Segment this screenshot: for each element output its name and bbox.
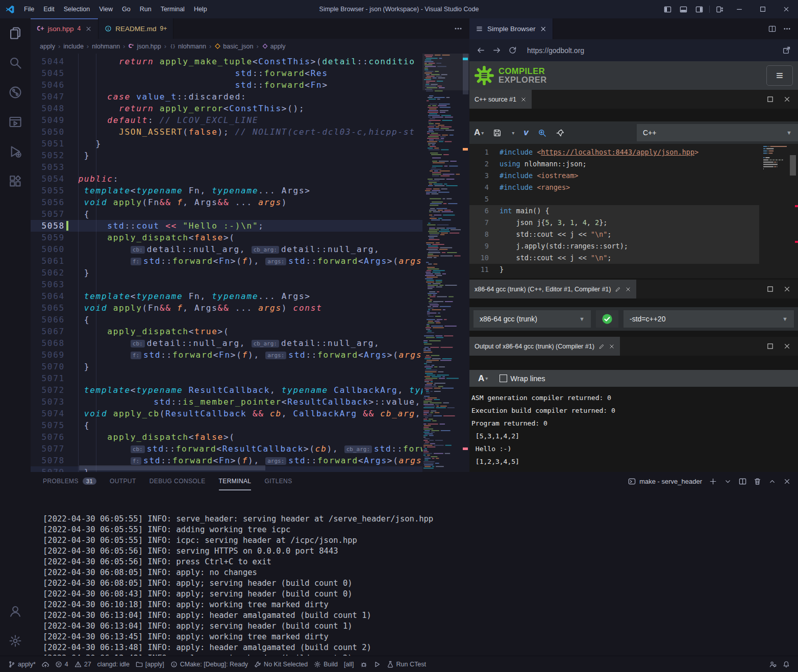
- tab-compiler[interactable]: x86-64 gcc (trunk) (C++, Editor #1, Comp…: [469, 280, 636, 298]
- status-item-warnings[interactable]: 27: [71, 656, 94, 672]
- pin-icon[interactable]: [551, 129, 569, 137]
- code-line[interactable]: template<typename Fn, typename... Args>: [72, 185, 422, 196]
- status-item-ctest[interactable]: Run CTest: [384, 656, 429, 672]
- code-line[interactable]: {: [72, 208, 422, 220]
- code-editor[interactable]: 5044504550465047504850495050505150525053…: [31, 54, 469, 472]
- code-line[interactable]: }: [72, 138, 422, 150]
- font-size-button[interactable]: A▾: [473, 374, 492, 384]
- status-item-publish[interactable]: [39, 656, 52, 672]
- url-input[interactable]: https://godbolt.org: [524, 46, 775, 55]
- code-content[interactable]: return apply_make_tuple<ConstThis>(detai…: [72, 56, 422, 472]
- breadcrumb-item[interactable]: apply: [40, 43, 55, 50]
- activity-item-search[interactable]: [0, 48, 31, 78]
- code-line[interactable]: JSON_ASSERT(false); // NOLINT(cert-dcl03…: [72, 126, 422, 138]
- trash-icon[interactable]: [754, 478, 761, 485]
- close-icon[interactable]: [520, 96, 527, 103]
- tab-simple-browser[interactable]: Simple Browser: [469, 18, 553, 39]
- maximize-icon[interactable]: [766, 285, 774, 293]
- code-line[interactable]: cb:detail::null_arg, cb_arg:detail::null…: [72, 337, 422, 349]
- back-button[interactable]: [477, 46, 485, 55]
- close-button[interactable]: [775, 0, 798, 18]
- panel-tab-output[interactable]: OUTPUT: [110, 472, 136, 490]
- code-line[interactable]: void apply(Fn&& f, Args&& ... args): [72, 196, 422, 208]
- status-item-clangd[interactable]: clangd: idle: [94, 656, 133, 672]
- ce-code-line[interactable]: }: [500, 264, 760, 276]
- code-line[interactable]: template<typename Fn, typename... Args>: [72, 290, 422, 302]
- panel-tab-debug-console[interactable]: DEBUG CONSOLE: [149, 472, 206, 490]
- code-line[interactable]: [72, 279, 422, 290]
- ce-code-line[interactable]: #include <iostream>: [500, 170, 760, 182]
- open-external-icon[interactable]: [782, 46, 791, 55]
- tab-cpp-source[interactable]: C++ source #1: [469, 90, 532, 109]
- close-icon[interactable]: [609, 343, 615, 350]
- layout-panel-icon[interactable]: [676, 6, 691, 13]
- code-line[interactable]: std::forward<Fn>: [72, 79, 422, 91]
- status-item-branch[interactable]: apply*: [5, 656, 39, 672]
- status-item-cmake-project[interactable]: [apply]: [133, 656, 167, 672]
- status-item-cmake-status[interactable]: CMake: [Debug]: Ready: [167, 656, 251, 672]
- menu-view[interactable]: View: [94, 6, 117, 13]
- close-icon[interactable]: [783, 95, 791, 103]
- chev-down-icon[interactable]: [724, 478, 732, 485]
- status-item-kit[interactable]: No Kit Selected: [251, 656, 311, 672]
- code-line[interactable]: }: [72, 361, 422, 372]
- ce-scrollbar[interactable]: [790, 155, 796, 176]
- maximize-button[interactable]: [751, 0, 775, 18]
- code-line[interactable]: void apply_cb(ResultCallback && cb, Call…: [72, 408, 422, 419]
- tab-README.md[interactable]: README.md9+: [98, 18, 173, 39]
- ce-code-line[interactable]: [500, 193, 760, 205]
- status-item-build[interactable]: Build: [311, 656, 341, 672]
- status-item-feedback[interactable]: [766, 656, 780, 672]
- edit-icon[interactable]: [615, 286, 621, 292]
- breadcrumb-item[interactable]: include: [63, 43, 84, 50]
- ce-code-line[interactable]: json j{5, 3, 1, 4, 2};: [500, 217, 760, 229]
- layout-sidebar-right-icon[interactable]: [691, 6, 707, 13]
- breadcrumb[interactable]: apply›include›nlohmann›C+json.hpp›{}nloh…: [31, 39, 469, 54]
- code-line[interactable]: case value_t::discarded:: [72, 91, 422, 103]
- terminal-select[interactable]: make - serve_header: [628, 478, 702, 485]
- activity-item-debug[interactable]: [0, 137, 31, 166]
- code-line[interactable]: }: [72, 150, 422, 161]
- menu-selection[interactable]: Selection: [59, 6, 94, 13]
- ce-code-line[interactable]: int main() {: [500, 205, 760, 217]
- code-line[interactable]: std::is_member_pointer<ResultCallback>::…: [72, 396, 422, 408]
- code-line[interactable]: apply_dispatch<false>(: [72, 431, 422, 443]
- code-line[interactable]: f:std::forward<Fn>(f), args:std::forward…: [72, 455, 422, 466]
- code-line[interactable]: f:std::forward<Fn>(f), args:std::forward…: [72, 255, 422, 267]
- status-item-errors[interactable]: 4: [52, 656, 71, 672]
- zoom-in-icon[interactable]: [533, 129, 551, 137]
- activity-item-files[interactable]: [0, 18, 31, 48]
- code-line[interactable]: std::cout << "Hello :-)\n";: [72, 220, 422, 232]
- close-icon[interactable]: [85, 26, 92, 32]
- split-icon[interactable]: [768, 25, 776, 33]
- reload-button[interactable]: [508, 46, 517, 55]
- tab-output[interactable]: Output of x86-64 gcc (trunk) (Compiler #…: [469, 337, 620, 356]
- language-select[interactable]: C++ ▼: [637, 124, 798, 141]
- compiler-explorer-logo[interactable]: COMPILER EXPLORER: [469, 66, 547, 85]
- ce-code-line[interactable]: j.apply(std::ranges::sort);: [500, 240, 760, 252]
- activity-item-settings-gear[interactable]: [0, 626, 31, 656]
- code-line[interactable]: {: [72, 314, 422, 326]
- ce-code-line[interactable]: #include <ranges>: [500, 182, 760, 193]
- close-icon[interactable]: [783, 342, 791, 350]
- menu-go[interactable]: Go: [117, 6, 135, 13]
- close-icon[interactable]: [783, 478, 791, 485]
- wrap-lines-checkbox[interactable]: Wrap lines: [500, 375, 545, 383]
- more-icon[interactable]: [454, 24, 462, 33]
- status-item-launch-target[interactable]: [370, 656, 384, 672]
- code-line[interactable]: std::forward<Res: [72, 67, 422, 79]
- code-line[interactable]: }: [72, 267, 422, 279]
- close-icon[interactable]: [625, 286, 631, 292]
- code-line[interactable]: default: // LCOV_EXCL_LINE: [72, 114, 422, 126]
- close-icon[interactable]: [783, 285, 791, 293]
- panel-tab-gitlens[interactable]: GITLENS: [264, 472, 292, 490]
- activity-item-account[interactable]: [0, 596, 31, 626]
- chev-up-icon[interactable]: [768, 478, 776, 485]
- layout-sidebar-left-icon[interactable]: [660, 6, 676, 13]
- status-item-notifications[interactable]: [780, 656, 793, 672]
- ce-source-code[interactable]: #include <https://localhost:8443/apply/j…: [500, 146, 760, 276]
- activity-item-extensions[interactable]: [0, 166, 31, 196]
- plus-icon[interactable]: [709, 478, 717, 485]
- program-output[interactable]: ASM generation compiler returned: 0Execu…: [469, 387, 798, 472]
- code-line[interactable]: template<typename ResultCallback, typena…: [72, 384, 422, 396]
